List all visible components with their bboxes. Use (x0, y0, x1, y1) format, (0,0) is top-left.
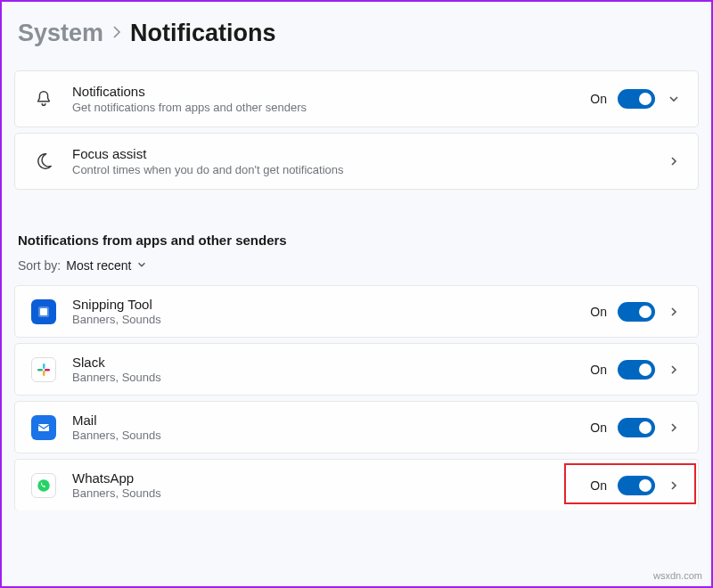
breadcrumb: System Notifications (14, 20, 699, 47)
app-toggle[interactable] (618, 418, 655, 437)
breadcrumb-parent[interactable]: System (18, 20, 103, 47)
app-row-mail[interactable]: Mail Banners, Sounds On (14, 401, 699, 453)
chevron-right-icon[interactable] (666, 155, 682, 167)
svg-rect-2 (43, 363, 45, 369)
notifications-toggle[interactable] (618, 89, 655, 109)
app-name: WhatsApp (72, 470, 574, 486)
app-detail: Banners, Sounds (72, 486, 574, 500)
mail-icon (31, 415, 56, 440)
bell-icon (31, 86, 56, 111)
app-status: On (590, 478, 607, 493)
app-toggle[interactable] (618, 302, 655, 322)
svg-rect-1 (40, 308, 47, 315)
notifications-desc: Get notifications from apps and other se… (72, 101, 574, 114)
svg-rect-6 (38, 424, 49, 431)
svg-rect-4 (43, 371, 45, 376)
sort-label: Sort by: (18, 258, 61, 273)
app-name: Mail (72, 412, 574, 428)
svg-rect-5 (45, 369, 50, 372)
notifications-status: On (590, 92, 607, 106)
snipping-tool-icon (31, 299, 56, 324)
svg-rect-3 (37, 369, 43, 372)
chevron-right-icon[interactable] (666, 363, 682, 376)
chevron-right-icon (112, 23, 121, 44)
app-status: On (590, 421, 607, 435)
watermark: wsxdn.com (653, 570, 702, 581)
focus-assist-title: Focus assist (72, 146, 650, 161)
app-status: On (590, 305, 607, 319)
app-name: Slack (72, 355, 574, 370)
chevron-right-icon[interactable] (666, 306, 682, 318)
app-toggle[interactable] (618, 360, 655, 380)
app-toggle[interactable] (618, 476, 655, 495)
slack-icon (31, 357, 56, 382)
whatsapp-icon (31, 473, 56, 498)
notifications-master-row[interactable]: Notifications Get notifications from app… (14, 70, 699, 127)
app-row-whatsapp[interactable]: WhatsApp Banners, Sounds On (14, 459, 699, 510)
sort-value: Most recent (66, 258, 131, 273)
page-title: Notifications (130, 20, 276, 47)
app-detail: Banners, Sounds (72, 429, 574, 442)
app-row-snipping-tool[interactable]: Snipping Tool Banners, Sounds On (14, 285, 699, 338)
app-status: On (590, 363, 607, 377)
focus-assist-desc: Control times when you do and don't get … (72, 163, 650, 176)
moon-icon (31, 149, 56, 174)
chevron-down-icon (136, 258, 147, 273)
notifications-title: Notifications (72, 84, 574, 99)
app-detail: Banners, Sounds (72, 313, 574, 326)
chevron-right-icon[interactable] (666, 421, 682, 434)
sort-dropdown[interactable]: Sort by: Most recent (14, 258, 699, 273)
focus-assist-row[interactable]: Focus assist Control times when you do a… (14, 133, 699, 190)
apps-section-title: Notifications from apps and other sender… (14, 233, 699, 248)
app-detail: Banners, Sounds (72, 371, 574, 384)
app-row-slack[interactable]: Slack Banners, Sounds On (14, 343, 699, 396)
chevron-right-icon[interactable] (666, 479, 682, 492)
svg-point-7 (37, 479, 50, 492)
app-name: Snipping Tool (72, 297, 574, 312)
chevron-down-icon[interactable] (666, 93, 682, 105)
